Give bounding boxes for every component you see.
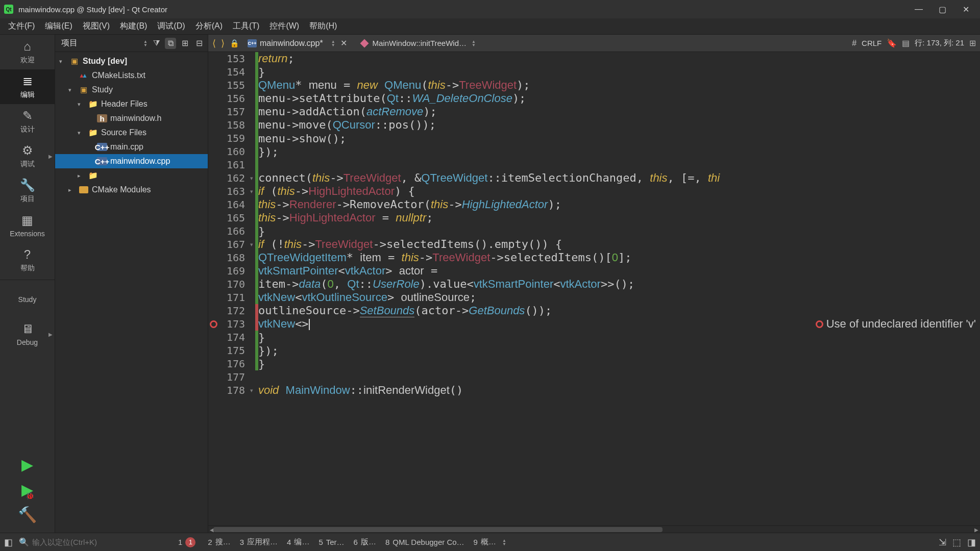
rail-kit-study[interactable]: Study — [0, 282, 55, 317]
toggle-progress-icon[interactable]: ⇲ — [939, 537, 946, 548]
tree-row[interactable]: ▾▣Study — [55, 83, 208, 97]
rail-edit[interactable]: ≣编辑 — [0, 69, 55, 104]
code-line[interactable]: 156 menu->setAttribute(Qt::WA_DeleteOnCl… — [208, 92, 980, 105]
code-editor[interactable]: 153 return;154 }155 QMenu* menu = new QM… — [208, 52, 980, 525]
code-line[interactable]: 153 return; — [208, 52, 980, 65]
menu-item[interactable]: 帮助(H) — [304, 19, 342, 34]
rail-help[interactable]: ?帮助 — [0, 243, 55, 278]
fold-icon[interactable]: ▾ — [248, 188, 255, 195]
add-split-icon[interactable]: ⊞ — [179, 38, 190, 49]
minimize-button[interactable]: — — [914, 4, 924, 14]
fold-icon[interactable]: ▾ — [248, 241, 255, 248]
code-line[interactable]: 177 — [208, 370, 980, 384]
scroll-right-icon[interactable]: ▶ — [973, 526, 980, 533]
tree-row[interactable]: ▸CMake Modules — [55, 183, 208, 197]
rail-extensions[interactable]: ▦Extensions — [0, 208, 55, 243]
menu-item[interactable]: 分析(A) — [190, 19, 228, 34]
expand-arrow-icon[interactable]: ▸ — [68, 187, 76, 193]
code-line[interactable]: 178▾ void MainWindow::initRenderWidget() — [208, 384, 980, 397]
code-line[interactable]: 165 this->HighLightedActor = nullptr; — [208, 211, 980, 224]
menu-item[interactable]: 调试(D) — [152, 19, 190, 34]
code-line[interactable]: 174 } — [208, 331, 980, 344]
rail-kit-debug[interactable]: 🖥Debug▶ — [0, 317, 55, 352]
bookmark-icon[interactable]: 🔖 — [887, 38, 897, 48]
horizontal-scrollbar[interactable]: ◀ ▶ — [208, 525, 980, 533]
symbol-updown-icon[interactable]: ▲▼ — [472, 40, 476, 47]
code-line[interactable]: 167▾ if (!this->TreeWidget->selectedItem… — [208, 238, 980, 251]
left-panel-toggle-icon[interactable]: ◧ — [4, 537, 13, 548]
code-line[interactable]: 162▾ connect(this->TreeWidget, &QTreeWid… — [208, 171, 980, 185]
right-panel-toggle-icon[interactable]: ◨ — [967, 537, 976, 548]
nav-back-icon[interactable]: ⟨ — [212, 38, 216, 49]
output-pane-tab[interactable]: 4编… — [287, 537, 309, 547]
filter-icon[interactable]: ⧩ — [151, 38, 162, 49]
scrollbar-thumb[interactable] — [213, 527, 663, 532]
output-updown-icon[interactable]: ▲▼ — [502, 539, 506, 546]
file-updown-icon[interactable]: ▲▼ — [331, 40, 335, 47]
code-line[interactable]: 157 menu->addAction(actRemove); — [208, 105, 980, 118]
close-button[interactable]: ✕ — [961, 4, 971, 14]
output-pane-tab[interactable]: 9概… — [474, 537, 496, 547]
fold-icon[interactable]: ▾ — [248, 175, 255, 182]
menu-item[interactable]: 控件(W) — [264, 19, 304, 34]
code-line[interactable]: 163▾ if (this->HighLightedActor) { — [208, 185, 980, 198]
code-line[interactable]: 170 item->data(0, Qt::UserRole).value<vt… — [208, 278, 980, 291]
tree-row[interactable]: ▾📁Source Files — [55, 126, 208, 140]
code-line[interactable]: 164 this->Renderer->RemoveActor(this->Hi… — [208, 198, 980, 211]
menu-item[interactable]: 文件(F) — [3, 19, 40, 34]
rail-welcome[interactable]: ⌂欢迎 — [0, 35, 55, 69]
toggle-sidebar-icon[interactable]: ⬚ — [952, 537, 961, 548]
code-line[interactable]: 166 } — [208, 224, 980, 238]
locator[interactable]: 🔍 — [19, 537, 172, 547]
code-line[interactable]: 169 vtkSmartPointer<vtkActor> actor = — [208, 264, 980, 278]
expand-arrow-icon[interactable]: ▾ — [78, 130, 85, 136]
tree-row[interactable]: C++main.cpp — [55, 140, 208, 154]
locator-input[interactable] — [32, 538, 172, 546]
split-icon[interactable]: ⊞ — [969, 38, 976, 48]
expand-arrow-icon[interactable]: ▸ — [78, 172, 85, 179]
output-pane-tab[interactable]: 5Ter… — [318, 537, 344, 547]
build-button[interactable]: 🔨 — [18, 506, 37, 523]
code-line[interactable]: 175 }); — [208, 344, 980, 357]
tree-row[interactable]: ▾📁Header Files — [55, 97, 208, 111]
tree-row[interactable]: C++mainwindow.cpp — [55, 154, 208, 168]
output-pane-tab[interactable]: 2搜… — [208, 537, 230, 547]
rail-design[interactable]: ✎设计 — [0, 104, 55, 139]
menu-item[interactable]: 编辑(E) — [40, 19, 77, 34]
hash-icon[interactable]: # — [852, 39, 856, 48]
project-tree[interactable]: ▾▣Study [dev] CMakeLists.txt▾▣Study▾📁Hea… — [55, 52, 208, 533]
code-line[interactable]: 161 — [208, 158, 980, 171]
output-pane-tab[interactable]: 3应用程… — [240, 537, 278, 547]
code-line[interactable]: 173 vtkNew<>Use of undeclared identifier… — [208, 317, 980, 331]
expand-arrow-icon[interactable]: ▾ — [68, 87, 76, 93]
encoding-label[interactable]: CRLF — [862, 39, 881, 47]
code-line[interactable]: 159 menu->show(); — [208, 132, 980, 145]
code-line[interactable]: 172 outlineSource->SetBounds(actor->GetB… — [208, 304, 980, 317]
run-button[interactable]: ▶ — [21, 456, 33, 473]
rail-project[interactable]: 🔧项目 — [0, 173, 55, 208]
outline-icon[interactable]: ▤ — [902, 38, 910, 48]
output-pane-tab[interactable]: 11 — [178, 537, 199, 547]
code-line[interactable]: 160 }); — [208, 145, 980, 158]
symbol-selector[interactable]: MainWindow::initTreeWid… — [373, 39, 467, 47]
link-icon[interactable]: ⧉ — [165, 38, 176, 49]
rail-debug[interactable]: ⚙调试▶ — [0, 139, 55, 173]
project-view-combo[interactable]: 项目▲▼ — [58, 38, 148, 48]
expand-arrow-icon[interactable]: ▾ — [59, 58, 66, 65]
code-line[interactable]: 176 } — [208, 357, 980, 370]
tree-row[interactable]: CMakeLists.txt — [55, 68, 208, 83]
run-debug-button[interactable]: ▶🐞 — [21, 481, 33, 498]
menu-item[interactable]: 工具(T) — [228, 19, 264, 34]
menu-item[interactable]: 视图(V) — [78, 19, 115, 34]
close-file-icon[interactable]: ✕ — [340, 38, 347, 48]
close-split-icon[interactable]: ⊟ — [193, 38, 205, 49]
code-line[interactable]: 155 QMenu* menu = new QMenu(this->TreeWi… — [208, 79, 980, 92]
fold-icon[interactable]: ▾ — [248, 387, 255, 394]
output-pane-tab[interactable]: 8QML Debugger Co… — [385, 537, 464, 547]
maximize-button[interactable]: ▢ — [937, 4, 947, 14]
cursor-position[interactable]: 行: 173, 列: 21 — [915, 38, 964, 48]
tree-row[interactable]: ▸📁 — [55, 168, 208, 183]
code-line[interactable]: 168 QTreeWidgetItem* item = this->TreeWi… — [208, 251, 980, 264]
tree-row[interactable]: ▾▣Study [dev] — [55, 54, 208, 68]
expand-arrow-icon[interactable]: ▾ — [78, 101, 85, 108]
